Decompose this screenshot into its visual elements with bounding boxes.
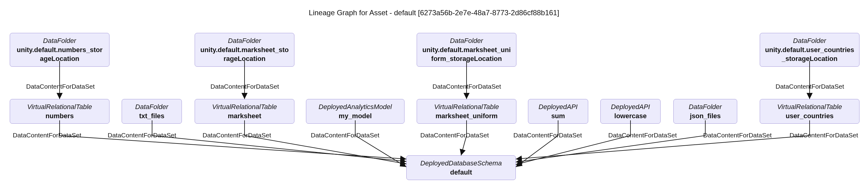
node-name: user_countries: [765, 111, 854, 121]
node-type: DeployedAPI: [533, 102, 583, 111]
node-folder-user-countries[interactable]: DataFolder unity.default.user_countries_…: [760, 33, 860, 67]
node-name: sum: [533, 111, 583, 121]
node-type: DataFolder: [679, 102, 732, 111]
node-tbl-user-countries[interactable]: VirtualRelationalTable user_countries: [760, 99, 860, 124]
node-type: DeployedAnalyticsModel: [311, 102, 399, 111]
node-name: json_files: [679, 111, 732, 121]
node-tbl-marksheet-uniform[interactable]: VirtualRelationalTable marksheet_uniform: [417, 99, 517, 124]
node-name: lowercase: [606, 111, 655, 121]
node-folder-json[interactable]: DataFolder json_files: [673, 99, 737, 124]
node-type: VirtualRelationalTable: [765, 102, 854, 111]
node-name: unity.default.user_countries_storageLoca…: [765, 45, 854, 63]
node-name: default: [411, 168, 510, 177]
node-folder-marksheet[interactable]: DataFolder unity.default.marksheet_stora…: [195, 33, 294, 67]
node-name: my_model: [311, 111, 399, 121]
edge-label: DataContentForDataSet: [202, 132, 272, 139]
edge-label: DataContentForDataSet: [310, 132, 380, 139]
node-type: VirtualRelationalTable: [200, 102, 289, 111]
edge-label: DataContentForDataSet: [432, 83, 501, 90]
node-name: unity.default.marksheet_uniform_storageL…: [422, 45, 511, 63]
node-type: DataFolder: [127, 102, 177, 111]
node-name: unity.default.marksheet_storageLocation: [200, 45, 289, 63]
edge-label: DataContentForDataSet: [775, 83, 845, 90]
node-type: DataFolder: [200, 36, 289, 45]
node-folder-numbers[interactable]: DataFolder unity.default.numbers_storage…: [10, 33, 110, 67]
node-name: unity.default.numbers_storageLocation: [15, 45, 104, 63]
node-api-sum[interactable]: DeployedAPI sum: [528, 99, 588, 124]
node-name: marksheet: [200, 111, 289, 121]
node-name: marksheet_uniform: [422, 111, 511, 121]
node-name: txt_files: [127, 111, 177, 121]
node-type: DataFolder: [765, 36, 854, 45]
node-folder-txt[interactable]: DataFolder txt_files: [122, 99, 182, 124]
node-type: VirtualRelationalTable: [15, 102, 104, 111]
node-type: DataFolder: [422, 36, 511, 45]
edge-label: DataContentForDataSet: [210, 83, 279, 90]
node-tbl-numbers[interactable]: VirtualRelationalTable numbers: [10, 99, 110, 124]
node-api-lowercase[interactable]: DeployedAPI lowercase: [600, 99, 660, 124]
node-type: DeployedAPI: [606, 102, 655, 111]
edge-label: DataContentForDataSet: [420, 132, 489, 139]
node-type: DeployedDatabaseSchema: [411, 159, 510, 168]
node-type: VirtualRelationalTable: [422, 102, 511, 111]
node-name: numbers: [15, 111, 104, 121]
node-schema-default[interactable]: DeployedDatabaseSchema default: [406, 155, 516, 180]
lineage-canvas: DataFolder unity.default.numbers_storage…: [0, 0, 868, 184]
edge-label: DataContentForDataSet: [608, 132, 677, 139]
node-model-my[interactable]: DeployedAnalyticsModel my_model: [306, 99, 404, 124]
edge-label: DataContentForDataSet: [12, 132, 82, 139]
node-type: DataFolder: [15, 36, 104, 45]
edge-label: DataContentForDataSet: [789, 132, 859, 139]
node-tbl-marksheet[interactable]: VirtualRelationalTable marksheet: [195, 99, 294, 124]
edge-label: DataContentForDataSet: [513, 132, 582, 139]
edge-label: DataContentForDataSet: [26, 83, 95, 90]
edge-label: DataContentForDataSet: [703, 132, 772, 139]
edge-label: DataContentForDataSet: [107, 132, 177, 139]
node-folder-marksheet-uniform[interactable]: DataFolder unity.default.marksheet_unifo…: [417, 33, 517, 67]
